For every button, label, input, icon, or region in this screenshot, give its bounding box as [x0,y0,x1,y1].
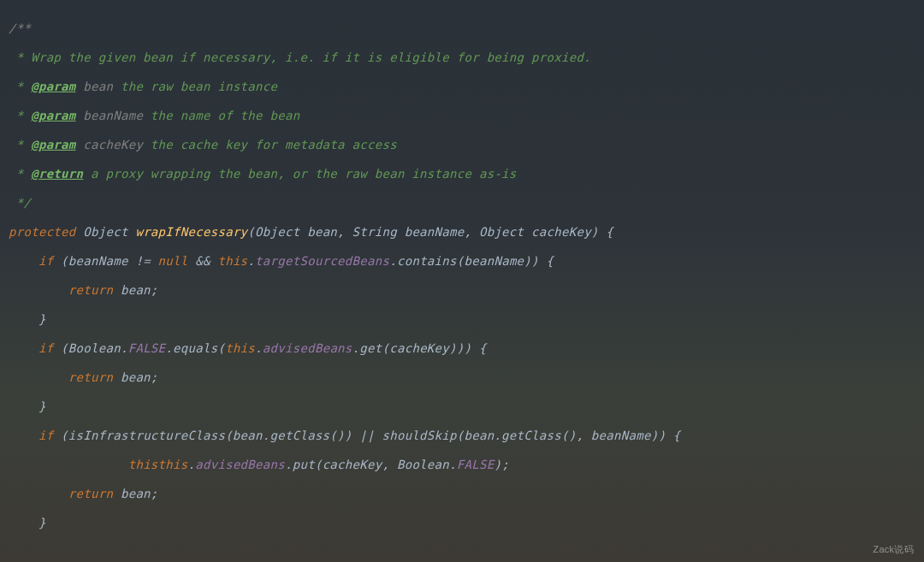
code-line: if (isInfrastructureClass(bean.getClass(… [9,429,915,443]
javadoc-line: */ [9,196,915,210]
javadoc-line: * @param cacheKey the cache key for meta… [9,138,915,152]
watermark-text: Zack说码 [873,542,914,557]
code-editor-viewport: /** * Wrap the given bean if necessary, … [0,0,924,562]
javadoc-line: * @param bean the raw bean instance [9,80,915,94]
javadoc-line: /** [9,21,915,36]
code-line: return bean; [9,283,915,298]
code-line: if (Boolean.FALSE.equals(this.advisedBea… [9,341,915,356]
method-signature: protected Object wrapIfNecessary(Object … [9,225,915,240]
code-line: return bean; [9,487,915,501]
code-line: } [9,312,915,327]
javadoc-line: * Wrap the given bean if necessary, i.e.… [9,50,915,65]
code-line: thisthis.advisedBeans.put(cacheKey, Bool… [9,458,915,472]
code-line: return bean; [9,370,915,385]
code-line: } [9,516,915,530]
code-line: if (beanName != null && this.targetSourc… [9,254,915,269]
javadoc-line: * @return a proxy wrapping the bean, or … [9,167,915,181]
code-line: } [9,399,915,414]
blank-line [9,545,915,559]
javadoc-line: * @param beanName the name of the bean [9,109,915,123]
